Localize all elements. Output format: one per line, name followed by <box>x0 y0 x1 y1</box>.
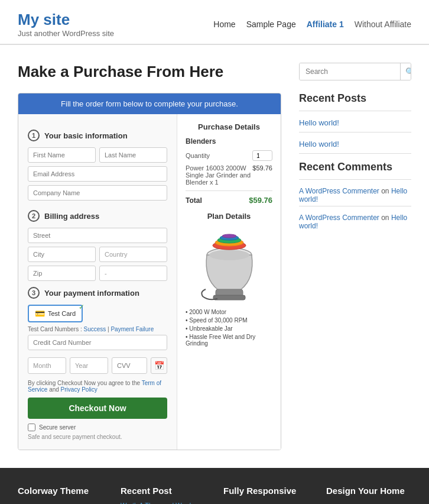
total-price: $59.76 <box>249 196 272 205</box>
zip-row: - <box>28 266 167 281</box>
country-select[interactable]: Country <box>99 247 167 262</box>
checkmark-icon: ✓ <box>79 303 84 311</box>
card-numbers-text: Test Card Numbers : Success | Payment Fa… <box>28 326 167 332</box>
plan-title: Plan Details <box>186 212 272 221</box>
commenter-1[interactable]: A WordPress Commenter <box>299 187 379 195</box>
section2-header: 2 Billing address <box>28 210 167 222</box>
post-link-1[interactable]: Hello world! <box>299 118 411 127</box>
month-select[interactable]: Month <box>28 357 66 374</box>
dash-select[interactable]: - <box>99 266 167 281</box>
product-description: Power 16003 2000W Single Jar Grinder and… <box>186 164 252 186</box>
nav-without-affiliate[interactable]: Without Affiliate <box>355 20 411 29</box>
comments-divider <box>299 179 411 180</box>
nav-affiliate1[interactable]: Affiliate 1 <box>307 20 344 29</box>
total-label: Total <box>186 196 202 205</box>
footer-main: Colorway Theme Footer is widgetized. To … <box>0 468 429 504</box>
footer-col-2: Recent Post Worth A Thousand Words Categ… <box>121 486 206 504</box>
feature-item: Speed of 30,000 RPM <box>186 317 272 324</box>
section3-num: 3 <box>28 287 40 299</box>
nav-sample-page[interactable]: Sample Page <box>246 20 296 29</box>
comment-2: A WordPress Commenter on Hello world! <box>299 214 411 230</box>
section2-title: Billing address <box>44 212 99 221</box>
svg-point-6 <box>222 234 236 238</box>
first-name-input[interactable] <box>28 147 96 163</box>
feature-item: Hassle Free Wet and Dry Grinding <box>186 334 272 347</box>
sidebar: 🔍 Recent Posts Hello world! Hello world!… <box>299 63 411 450</box>
header: My site Just another WordPress site Home… <box>0 0 429 45</box>
qty-input[interactable] <box>252 150 272 161</box>
cvv-input[interactable] <box>112 357 147 374</box>
secure-row: Secure server <box>28 424 167 431</box>
card-icon: 💳 <box>35 309 45 318</box>
payment-row: Month Year 📅 <box>28 357 167 374</box>
product-detail-row: Power 16003 2000W Single Jar Grinder and… <box>186 164 272 186</box>
footer-col3-title: Fully Responsive <box>223 486 308 496</box>
qty-label: Quantity <box>186 152 210 159</box>
post-link-2[interactable]: Hello world! <box>299 140 411 148</box>
zip-input[interactable] <box>28 266 96 281</box>
content-area: Make a Purchase From Here Fill the order… <box>18 63 281 450</box>
footer-col2-title: Recent Post <box>121 486 206 496</box>
main-nav: Home Sample Page Affiliate 1 Without Aff… <box>213 20 411 29</box>
secure-server-text: Secure server <box>39 424 76 431</box>
section1-header: 1 Your basic information <box>28 130 167 141</box>
search-icon: 🔍 <box>405 67 411 76</box>
site-tagline: Just another WordPress site <box>18 29 114 38</box>
section3-header: 3 Your payment information <box>28 287 167 299</box>
total-divider <box>186 190 272 191</box>
secure-checkbox[interactable] <box>28 424 35 431</box>
last-name-input[interactable] <box>99 147 167 163</box>
section3-title: Your payment information <box>44 289 139 298</box>
street-input[interactable] <box>28 228 167 243</box>
test-card-button[interactable]: 💳 Test Card ✓ <box>28 305 83 322</box>
failure-link[interactable]: Payment Failure <box>110 326 154 332</box>
comment-1: A WordPress Commenter on Hello world! <box>299 187 411 203</box>
credit-card-input[interactable] <box>28 335 167 350</box>
posts-divider3 <box>299 153 411 154</box>
product-name: Blenders <box>186 137 272 146</box>
product-price: $59.76 <box>252 164 272 186</box>
secure-note: Safe and secure payment checkout. <box>28 434 167 440</box>
email-input[interactable] <box>28 166 167 182</box>
recent-posts-title: Recent Posts <box>299 92 411 105</box>
purchase-title: Purchase Details <box>186 122 272 131</box>
footer-col4-text: Express your creativity, find inspiratio… <box>326 502 411 504</box>
calendar-icon[interactable]: 📅 <box>151 357 167 374</box>
feature-item: 2000 W Motor <box>186 309 272 315</box>
privacy-policy-link[interactable]: Privacy Policy <box>61 386 98 393</box>
svg-point-1 <box>209 250 249 260</box>
section1-title: Your basic information <box>44 131 128 140</box>
company-input[interactable] <box>28 185 167 201</box>
city-input[interactable] <box>28 247 96 262</box>
search-button[interactable]: 🔍 <box>400 63 411 80</box>
checkout-button[interactable]: Checkout Now <box>28 398 167 419</box>
svg-rect-8 <box>213 295 245 300</box>
comments-divider2 <box>299 206 411 206</box>
city-country-row: Country <box>28 247 167 262</box>
footer-col3-text: Colorway is a unique responsive WordPres… <box>223 502 308 504</box>
order-header: Fill the order form below to complete yo… <box>18 93 281 114</box>
order-card: Fill the order form below to complete yo… <box>18 93 281 450</box>
search-box: 🔍 <box>299 63 411 80</box>
success-link[interactable]: Success <box>83 326 106 332</box>
terms-text: By clicking Checkout Now you agree to th… <box>28 380 167 393</box>
footer-col-4: Design Your Home Express your creativity… <box>326 486 411 504</box>
recent-comments-title: Recent Comments <box>299 161 411 173</box>
posts-divider <box>299 111 411 111</box>
section2-num: 2 <box>28 210 40 222</box>
main-layout: Make a Purchase From Here Fill the order… <box>0 45 429 468</box>
blender-image <box>186 225 272 304</box>
footer-col4-title: Design Your Home <box>326 486 411 496</box>
footer-col-3: Fully Responsive Colorway is a unique re… <box>223 486 308 504</box>
footer-link-1[interactable]: Worth A Thousand Words <box>121 502 206 504</box>
order-right: Purchase Details Blenders Quantity Power… <box>177 114 281 450</box>
section1-num: 1 <box>28 130 40 141</box>
posts-divider2 <box>299 132 411 133</box>
feature-item: Unbreakable Jar <box>186 325 272 332</box>
site-title: My site <box>18 11 114 29</box>
commenter-2[interactable]: A WordPress Commenter <box>299 214 379 222</box>
search-input[interactable] <box>300 63 400 80</box>
nav-home[interactable]: Home <box>213 20 235 29</box>
year-select[interactable]: Year <box>70 357 108 374</box>
order-left: 1 Your basic information 2 Billing addre… <box>18 114 177 450</box>
